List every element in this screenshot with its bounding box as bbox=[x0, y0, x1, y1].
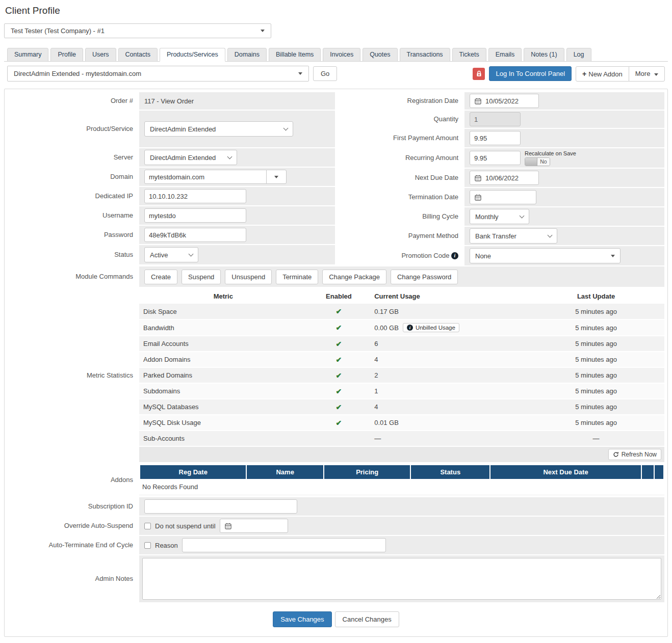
table-row: Subdomains ✔ 1 5 minutes ago bbox=[139, 383, 664, 399]
cancel-button[interactable]: Cancel Changes bbox=[335, 611, 399, 627]
plus-icon: + bbox=[582, 70, 586, 78]
tab-log[interactable]: Log bbox=[566, 48, 591, 62]
recurring-amount-input[interactable] bbox=[470, 151, 521, 165]
page-title: Client Profile bbox=[4, 3, 668, 23]
table-row: Addon Domains ✔ 4 5 minutes ago bbox=[139, 352, 664, 367]
metric-statistics-label: Metric Statistics bbox=[8, 289, 139, 462]
promotion-code-label: Promotion Code i bbox=[337, 246, 464, 265]
metric-statistics-table: Metric Enabled Current Usage Last Update… bbox=[139, 289, 664, 447]
terminate-button[interactable]: Terminate bbox=[276, 270, 318, 284]
termination-date-input[interactable] bbox=[470, 190, 536, 204]
tab-profile[interactable]: Profile bbox=[50, 48, 83, 62]
go-button[interactable]: Go bbox=[313, 66, 337, 81]
save-button[interactable]: Save Changes bbox=[273, 611, 331, 627]
next-due-date-input[interactable]: 10/06/2022 bbox=[470, 171, 539, 185]
check-icon: ✔ bbox=[336, 324, 342, 332]
new-addon-button[interactable]: +New Addon bbox=[576, 66, 629, 82]
left-column: Order # 117 - View Order Product/Service… bbox=[8, 92, 335, 265]
addons-col-blank bbox=[642, 465, 654, 479]
tab-quotes[interactable]: Quotes bbox=[363, 48, 397, 62]
tab-contacts[interactable]: Contacts bbox=[118, 48, 158, 62]
next-due-date-label: Next Due Date bbox=[337, 169, 464, 187]
calendar-icon bbox=[475, 98, 481, 104]
dedicated-ip-input[interactable] bbox=[144, 189, 246, 203]
tab-emails[interactable]: Emails bbox=[488, 48, 522, 62]
addons-table: Reg Date Name Pricing Status Next Due Da… bbox=[139, 465, 664, 479]
client-selector[interactable]: Test Tester (Test Company) - #1 bbox=[4, 23, 271, 38]
billing-cycle-label: Billing Cycle bbox=[337, 207, 464, 226]
check-icon: ✔ bbox=[336, 387, 342, 395]
chevron-down-icon bbox=[548, 233, 553, 238]
first-payment-input[interactable] bbox=[470, 131, 521, 145]
password-input[interactable] bbox=[144, 228, 246, 242]
order-label: Order # bbox=[8, 92, 139, 110]
toggle-knob bbox=[525, 158, 537, 166]
tab-transactions[interactable]: Transactions bbox=[400, 48, 450, 62]
admin-notes-textarea[interactable] bbox=[142, 558, 661, 600]
username-input[interactable] bbox=[144, 208, 246, 223]
refresh-now-button[interactable]: Refresh Now bbox=[608, 449, 661, 460]
tab-products-services[interactable]: Products/Services bbox=[160, 48, 225, 62]
client-selector-value: Test Tester (Test Company) - #1 bbox=[11, 27, 105, 35]
product-service-select[interactable]: DirectAdmin Extended bbox=[144, 121, 293, 137]
calendar-icon bbox=[225, 523, 231, 529]
domain-input[interactable] bbox=[144, 170, 267, 184]
tab-bar: Summary Profile Users Contacts Products/… bbox=[4, 47, 668, 62]
promotion-code-select[interactable]: None bbox=[470, 248, 621, 263]
suspend-until-date-input[interactable] bbox=[220, 519, 288, 533]
tab-users[interactable]: Users bbox=[85, 48, 116, 62]
login-control-panel-button[interactable]: Log In To Control Panel bbox=[489, 66, 572, 81]
unbilled-usage-button[interactable]: iUnbilled Usage bbox=[403, 323, 459, 332]
table-row: Email Accounts ✔ 6 5 minutes ago bbox=[139, 336, 664, 352]
tab-tickets[interactable]: Tickets bbox=[452, 48, 486, 62]
info-icon[interactable]: i bbox=[451, 252, 458, 259]
tab-summary[interactable]: Summary bbox=[7, 48, 48, 62]
subscription-id-input[interactable] bbox=[144, 499, 297, 514]
product-service-label: Product/Service bbox=[8, 111, 139, 147]
chevron-down-icon bbox=[189, 252, 194, 257]
override-auto-suspend-checkbox[interactable] bbox=[144, 523, 151, 529]
server-select[interactable]: DirectAdmin Extended bbox=[144, 150, 237, 165]
tab-invoices[interactable]: Invoices bbox=[323, 48, 360, 62]
sso-lock-button[interactable] bbox=[473, 68, 485, 80]
refresh-icon bbox=[613, 451, 619, 458]
create-button[interactable]: Create bbox=[144, 270, 177, 284]
tab-domains[interactable]: Domains bbox=[227, 48, 267, 62]
order-value-band: 117 - View Order bbox=[139, 92, 335, 110]
status-select[interactable]: Active bbox=[144, 247, 198, 262]
registration-date-input[interactable]: 10/05/2022 bbox=[470, 94, 539, 108]
check-icon: ✔ bbox=[336, 340, 342, 348]
more-button[interactable]: More bbox=[629, 66, 665, 82]
auto-terminate-checkbox[interactable] bbox=[144, 542, 151, 549]
change-password-button[interactable]: Change Password bbox=[391, 270, 458, 284]
override-auto-suspend-label: Override Auto-Suspend bbox=[8, 517, 139, 535]
registration-date-label: Registration Date bbox=[337, 92, 464, 110]
tab-billable-items[interactable]: Billable Items bbox=[269, 48, 321, 62]
table-row: Disk Space ✔ 0.17 GB 5 minutes ago bbox=[139, 304, 664, 319]
table-row: Parked Domains ✔ 2 5 minutes ago bbox=[139, 367, 664, 383]
change-package-button[interactable]: Change Package bbox=[322, 270, 386, 284]
recalculate-toggle[interactable]: No bbox=[525, 157, 550, 166]
tab-notes[interactable]: Notes (1) bbox=[524, 48, 564, 62]
enabled-col-header: Enabled bbox=[307, 289, 371, 304]
unsuspend-button[interactable]: Unsuspend bbox=[225, 270, 272, 284]
quantity-input bbox=[470, 112, 521, 126]
domain-label: Domain bbox=[8, 168, 139, 186]
service-toolbar: DirectAdmin Extended - mytestdomain.com … bbox=[4, 66, 668, 82]
reason-input[interactable] bbox=[182, 538, 386, 552]
order-number-value[interactable]: 117 - View Order bbox=[144, 97, 194, 105]
payment-method-select[interactable]: Bank Transfer bbox=[470, 228, 557, 244]
addons-col-status: Status bbox=[411, 465, 489, 479]
no-records-row: No Records Found bbox=[139, 479, 664, 495]
addons-col-pricing: Pricing bbox=[324, 465, 410, 479]
domain-dropdown-button[interactable] bbox=[266, 170, 287, 184]
suspend-button[interactable]: Suspend bbox=[182, 270, 221, 284]
subscription-id-label: Subscription ID bbox=[8, 497, 139, 516]
module-commands-label: Module Commands bbox=[8, 266, 139, 287]
billing-cycle-select[interactable]: Monthly bbox=[470, 209, 529, 224]
service-selector[interactable]: DirectAdmin Extended - mytestdomain.com bbox=[7, 66, 309, 82]
calendar-icon bbox=[475, 194, 481, 201]
status-label: Status bbox=[8, 245, 139, 264]
dedicated-ip-label: Dedicated IP bbox=[8, 187, 139, 205]
username-label: Username bbox=[8, 206, 139, 225]
